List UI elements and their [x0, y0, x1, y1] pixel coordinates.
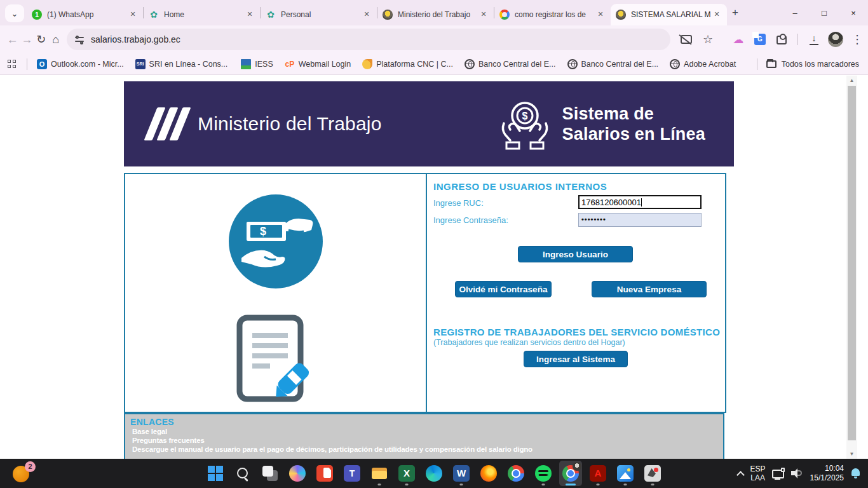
scroll-down-icon[interactable]: ▼ [846, 449, 857, 459]
word-button[interactable]: W [450, 461, 473, 486]
photos-button[interactable] [614, 461, 637, 486]
all-bookmarks[interactable]: Todos los marcadores [753, 58, 859, 70]
volume-icon[interactable] [791, 468, 804, 478]
experiments-cloud-icon[interactable]: ☁ [728, 29, 749, 50]
system-tray: ESP LAA 10:04 15/1/2025 [738, 459, 862, 488]
start-button[interactable] [204, 461, 227, 486]
login-form-cell: INGRESO DE USUARIOS INTERNOS Ingrese RUC… [427, 174, 725, 308]
close-icon[interactable]: × [245, 10, 255, 20]
notifications-bell-icon[interactable] [850, 468, 862, 479]
photos-icon [617, 465, 634, 482]
money-exchange-icon: $ [227, 193, 324, 290]
url-text[interactable]: salarios.trabajo.gob.ec [91, 34, 180, 44]
reload-icon[interactable]: ↻ [34, 29, 49, 50]
back-icon[interactable]: ← [5, 29, 20, 50]
task-view-button[interactable] [259, 461, 281, 486]
chrome-active-button[interactable] [559, 461, 582, 486]
menu-dots-icon[interactable]: ⋮ [846, 29, 868, 50]
address-bar[interactable]: salarios.trabajo.gob.ec [67, 29, 670, 50]
bookmarks-divider [757, 58, 757, 70]
tab-ministerio[interactable]: Ministerio del Trabajo × [377, 4, 494, 25]
site-settings-icon[interactable] [74, 34, 85, 44]
forward-icon[interactable]: → [20, 29, 34, 50]
search-button[interactable] [231, 461, 254, 486]
spotify-button[interactable] [532, 461, 555, 486]
bookmark-outlook[interactable]: O Outlook.com - Micr... [37, 59, 124, 69]
close-icon[interactable]: × [595, 10, 606, 20]
svg-text:$: $ [259, 225, 266, 238]
bookmark-cnc[interactable]: Plataforma CNC | C... [362, 59, 453, 69]
scroll-up-icon[interactable]: ▲ [846, 76, 857, 85]
new-company-button[interactable]: Nueva Empresa [592, 281, 707, 297]
translate-icon[interactable]: G [749, 29, 771, 50]
ruc-input[interactable]: 1768120600001 [578, 195, 702, 209]
tab-sistema-salarial-active[interactable]: SISTEMA SALARIAL M × [611, 4, 727, 25]
language-indicator[interactable]: ESP LAA [750, 464, 766, 482]
close-icon[interactable]: × [128, 10, 138, 20]
bookmark-iess[interactable]: IESS [239, 59, 273, 69]
minimize-button[interactable]: – [780, 0, 810, 25]
link-faq[interactable]: Preguntas frecuentes [132, 436, 718, 445]
tab-google-search[interactable]: como registrar los de × [494, 4, 611, 25]
bookmark-adobe[interactable]: Adobe Acrobat [670, 59, 736, 69]
bookmark-banco-central-2[interactable]: Banco Central del E... [567, 59, 659, 69]
extensions-puzzle-icon[interactable] [771, 29, 792, 50]
all-bookmarks-label: Todos los marcadores [782, 60, 859, 69]
home-icon[interactable]: ⌂ [48, 29, 63, 50]
bookmark-sri[interactable]: SRI SRI en Línea - Cons... [135, 59, 228, 69]
search-icon [236, 466, 250, 480]
new-tab-button[interactable]: + [732, 6, 738, 19]
login-button[interactable]: Ingreso Usuario [518, 246, 633, 262]
maximize-button[interactable]: □ [810, 0, 839, 25]
links-section: ENLACES Base legal Preguntas frecuentes … [124, 413, 724, 459]
close-window-button[interactable]: × [839, 0, 868, 25]
close-icon[interactable]: × [362, 10, 372, 20]
apps-grid-icon[interactable] [8, 60, 17, 69]
close-icon[interactable]: × [712, 10, 722, 20]
clock[interactable]: 10:04 15/1/2025 [810, 464, 844, 483]
globe-icon [567, 59, 578, 69]
login-illustration-cell: $ [125, 174, 426, 308]
downloads-icon[interactable]: ↓ [803, 29, 825, 50]
picture-in-picture-icon[interactable] [675, 29, 697, 50]
cnc-icon [362, 59, 372, 69]
copilot-button[interactable] [286, 461, 309, 486]
system-name: Sistema de Salarios en Línea [562, 104, 706, 145]
link-manual[interactable]: Descargue el manual de usuario para el p… [132, 445, 718, 454]
link-base-legal[interactable]: Base legal [132, 427, 718, 436]
bookmark-webmail[interactable]: cP Webmail Login [285, 59, 351, 69]
tab-whatsapp[interactable]: 1 (1) WhatsApp × [27, 4, 143, 25]
bookmark-label: Webmail Login [299, 60, 351, 69]
password-input[interactable]: •••••••• [578, 213, 702, 227]
registry-illustration-cell [125, 308, 426, 412]
excel-button[interactable]: X [395, 461, 418, 486]
bookmark-label: IESS [255, 60, 273, 69]
bookmark-label: Outlook.com - Micr... [51, 60, 124, 69]
forgot-password-button[interactable]: Olvidé mi Contraseña [455, 281, 552, 297]
tab-personal[interactable]: ✿ Personal × [261, 4, 377, 25]
tab-search-button[interactable]: ⌄ [5, 4, 24, 22]
edge-button[interactable] [423, 461, 445, 486]
acrobat-button[interactable]: A [587, 461, 609, 486]
network-icon[interactable] [772, 468, 785, 478]
file-explorer-button[interactable] [368, 461, 391, 486]
scrollbar-thumb[interactable] [848, 86, 856, 440]
enter-system-button[interactable]: Ingresar al Sistema [524, 351, 628, 367]
spotify-icon [535, 465, 552, 482]
chrome-button[interactable] [505, 461, 527, 486]
bookmark-star-icon[interactable]: ☆ [697, 29, 719, 50]
registry-info-cell: REGISTRO DE TRABAJADORES DEL SERVICIO DO… [427, 308, 725, 412]
chevron-down-icon: ⌄ [11, 9, 18, 18]
acrobat-icon: A [590, 465, 606, 482]
firefox-button[interactable] [477, 461, 500, 486]
bookmark-banco-central-1[interactable]: Banco Central del E... [465, 59, 556, 69]
profile-avatar[interactable] [825, 29, 846, 50]
hidden-icons-chevron[interactable] [738, 470, 744, 477]
tab-label: como registrar los de [515, 10, 595, 19]
java-app-button[interactable] [641, 461, 664, 486]
teams-button[interactable]: T [341, 461, 363, 486]
pdf-app-button[interactable] [313, 461, 336, 486]
page-scrollbar[interactable]: ▲ ▼ [846, 76, 857, 459]
tab-home[interactable]: ✿ Home × [144, 4, 260, 25]
close-icon[interactable]: × [478, 10, 489, 20]
